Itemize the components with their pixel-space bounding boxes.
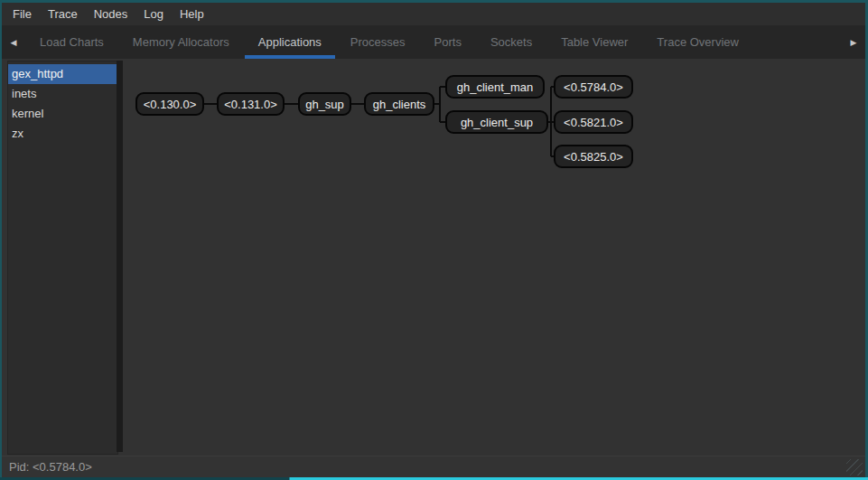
tab-ports[interactable]: Ports — [420, 25, 476, 59]
sidebar-splitter[interactable] — [117, 61, 123, 452]
observer-window: File Trace Nodes Log Help ◀ Load Charts … — [0, 0, 868, 480]
window-border-left — [0, 0, 2, 480]
supervision-tree: <0.130.0> <0.131.0> gh_sup gh_clients gh… — [124, 59, 863, 456]
tree-node-gh-sup[interactable]: gh_sup — [298, 92, 351, 116]
tab-trace-overview[interactable]: Trace Overview — [642, 25, 753, 59]
menu-log[interactable]: Log — [135, 3, 172, 25]
menu-trace[interactable]: Trace — [40, 3, 86, 25]
menu-nodes[interactable]: Nodes — [86, 3, 136, 25]
window-border-top — [0, 0, 868, 3]
tab-table-viewer[interactable]: Table Viewer — [546, 25, 642, 59]
menu-help[interactable]: Help — [172, 3, 212, 25]
tree-node-0-5821-0[interactable]: <0.5821.0> — [554, 110, 633, 134]
tree-node-0-5825-0[interactable]: <0.5825.0> — [554, 145, 633, 168]
tree-node-0-130-0[interactable]: <0.130.0> — [135, 92, 204, 116]
menu-bar: File Trace Nodes Log Help — [2, 3, 865, 25]
tab-applications[interactable]: Applications — [244, 25, 336, 59]
tab-scroll-left-icon[interactable]: ◀ — [2, 25, 25, 59]
sidebar-item-kernel[interactable]: kernel — [8, 104, 117, 124]
tree-node-0-131-0[interactable]: <0.131.0> — [217, 92, 285, 116]
tab-memory-allocators[interactable]: Memory Allocators — [118, 25, 244, 59]
sidebar-item-zx[interactable]: zx — [8, 124, 117, 144]
tab-scroll-right-icon[interactable]: ▶ — [842, 25, 865, 59]
status-pid-text: Pid: <0.5784.0> — [9, 460, 92, 474]
menu-file[interactable]: File — [5, 3, 40, 25]
status-bar: Pid: <0.5784.0> — [2, 456, 865, 477]
tab-bar: ◀ Load Charts Memory Allocators Applicat… — [2, 25, 865, 59]
tab-sockets[interactable]: Sockets — [476, 25, 546, 59]
application-list: gex_httpd inets kernel zx — [7, 61, 118, 455]
tree-node-gh-client-man[interactable]: gh_client_man — [445, 75, 545, 99]
tree-node-gh-client-sup[interactable]: gh_client_sup — [445, 110, 548, 134]
tab-processes[interactable]: Processes — [336, 25, 420, 59]
sidebar-item-gex-httpd[interactable]: gex_httpd — [8, 64, 117, 84]
sidebar-item-inets[interactable]: inets — [8, 84, 117, 104]
tree-node-0-5784-0[interactable]: <0.5784.0> — [554, 75, 633, 99]
tree-node-gh-clients[interactable]: gh_clients — [364, 92, 434, 116]
resize-grip-icon[interactable] — [846, 459, 863, 475]
tab-load-charts[interactable]: Load Charts — [25, 25, 118, 59]
